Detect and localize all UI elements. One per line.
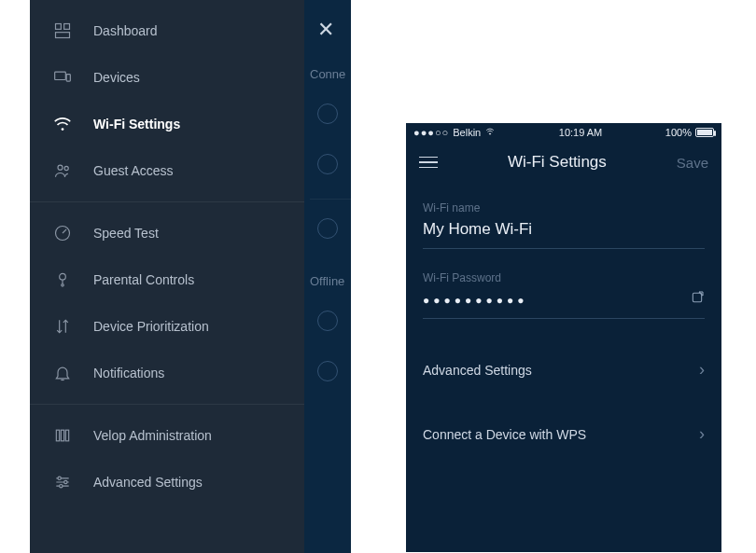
status-bar: ●●●○○ Belkin 10:19 AM 100%: [406, 123, 721, 142]
device-row[interactable]: [310, 89, 351, 139]
sidebar-item-device-prioritization[interactable]: Device Prioritization: [30, 303, 304, 350]
wifi-name-input[interactable]: My Home Wi-Fi: [423, 220, 705, 249]
bell-icon: [52, 363, 73, 383]
sidebar-item-label: Speed Test: [93, 226, 159, 241]
section-offline-label: Offline: [310, 267, 351, 296]
sidebar-item-parental-controls[interactable]: Parental Controls: [30, 256, 304, 303]
radio-icon: [317, 218, 338, 239]
dashboard-icon: [52, 21, 73, 41]
gauge-icon: [52, 223, 73, 243]
wifi-password-value: ●●●●●●●●●●: [423, 294, 527, 307]
svg-rect-3: [55, 72, 66, 79]
device-row[interactable]: [310, 346, 351, 396]
sidebar-item-dashboard[interactable]: Dashboard: [30, 7, 304, 54]
svg-point-9: [60, 273, 66, 280]
svg-point-7: [64, 166, 68, 170]
phone-screen: ●●●○○ Belkin 10:19 AM 100% Wi-Fi Setting…: [406, 123, 721, 552]
sidebar-item-notifications[interactable]: Notifications: [30, 350, 304, 396]
svg-rect-2: [56, 33, 70, 38]
save-button[interactable]: Save: [677, 155, 708, 171]
carrier-label: Belkin: [453, 127, 481, 138]
lock-icon: [52, 270, 73, 290]
svg-rect-0: [56, 24, 62, 30]
sidebar-item-speed-test[interactable]: Speed Test: [30, 210, 304, 256]
sidebar-item-label: Parental Controls: [93, 272, 194, 287]
arrows-icon: [52, 316, 73, 337]
devices-icon: [52, 67, 73, 88]
chevron-right-icon: ›: [699, 424, 705, 444]
sidebar-item-label: Velop Administration: [93, 428, 212, 443]
svg-rect-1: [64, 24, 70, 30]
wifi-icon: [52, 114, 73, 134]
svg-point-14: [58, 477, 61, 479]
svg-rect-18: [693, 293, 701, 301]
svg-point-15: [64, 480, 67, 483]
wifi-password-input[interactable]: ●●●●●●●●●●: [423, 290, 705, 319]
svg-point-5: [62, 128, 64, 131]
device-row[interactable]: [310, 139, 351, 189]
sidebar-item-label: Devices: [93, 70, 140, 85]
radio-icon: [317, 311, 338, 331]
wifi-password-label: Wi-Fi Password: [423, 271, 705, 284]
sidebar-item-guest-access[interactable]: Guest Access: [30, 147, 304, 194]
radio-icon: [317, 154, 338, 174]
svg-point-17: [490, 133, 491, 134]
link-label: Connect a Device with WPS: [423, 427, 586, 442]
sliders-icon: [52, 472, 73, 492]
wifi-name-label: Wi-Fi name: [423, 201, 705, 214]
page-title: Wi-Fi Settings: [508, 153, 607, 172]
main-nav-sidebar: Dashboard Devices Wi-Fi Settings Guest A…: [30, 0, 304, 553]
nav-bar: Wi-Fi Settings Save: [406, 142, 721, 183]
section-connected-label: Conne: [310, 60, 351, 89]
sidebar-item-label: Advanced Settings: [93, 475, 203, 490]
link-label: Advanced Settings: [423, 363, 532, 378]
svg-rect-4: [66, 75, 70, 82]
device-row[interactable]: [310, 296, 351, 346]
sidebar-item-advanced-settings[interactable]: Advanced Settings: [30, 459, 304, 505]
device-row[interactable]: [310, 203, 351, 254]
wifi-status-icon: [484, 127, 496, 138]
advanced-settings-link[interactable]: Advanced Settings ›: [406, 341, 721, 398]
sidebar-item-label: Device Prioritization: [93, 319, 209, 334]
chevron-right-icon: ›: [699, 360, 705, 380]
menu-icon[interactable]: [419, 153, 438, 173]
svg-point-16: [60, 485, 63, 488]
svg-rect-11: [56, 430, 59, 441]
battery-icon: [695, 128, 714, 137]
sidebar-item-label: Wi-Fi Settings: [93, 117, 180, 131]
sidebar-item-label: Notifications: [93, 366, 164, 380]
signal-dots: ●●●○○: [413, 127, 449, 138]
sidebar-item-wifi-settings[interactable]: Wi-Fi Settings: [30, 101, 304, 147]
sidebar-item-velop-administration[interactable]: Velop Administration: [30, 412, 304, 459]
close-icon[interactable]: ✕: [317, 18, 334, 42]
radio-icon: [317, 361, 338, 381]
sidebar-item-label: Guest Access: [93, 163, 174, 178]
share-icon[interactable]: [690, 290, 705, 310]
people-icon: [52, 160, 73, 181]
radio-icon: [317, 104, 338, 124]
clock: 10:19 AM: [559, 127, 602, 138]
svg-point-10: [62, 284, 64, 287]
battery-pct: 100%: [665, 127, 692, 138]
svg-rect-12: [61, 430, 63, 441]
connect-wps-link[interactable]: Connect a Device with WPS ›: [406, 406, 721, 463]
svg-rect-13: [65, 430, 68, 441]
nodes-icon: [52, 425, 73, 446]
sidebar-item-label: Dashboard: [93, 23, 158, 38]
svg-point-6: [58, 165, 63, 170]
wifi-name-value: My Home Wi-Fi: [423, 220, 532, 238]
sidebar-item-devices[interactable]: Devices: [30, 54, 304, 101]
